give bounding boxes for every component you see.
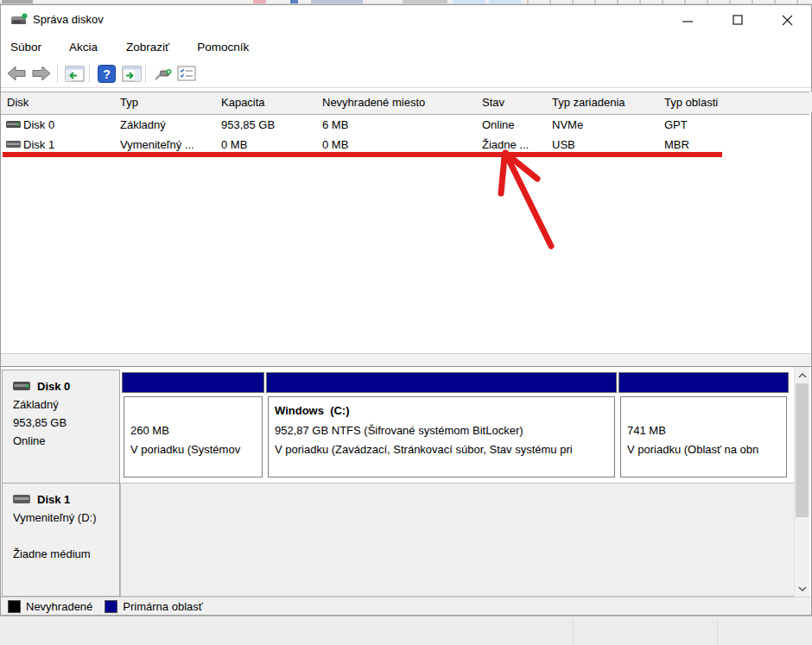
pane-splitter[interactable] [1,354,811,367]
disk1-empty-area[interactable] [120,483,796,597]
column-header-stav[interactable]: Stav [476,92,547,112]
close-button[interactable] [772,7,802,33]
toolbar-separator [57,64,58,83]
window-title: Správa diskov [33,13,104,26]
legend-label-primary: Primárna oblasť [123,600,202,613]
chevron-down-icon [797,585,808,592]
toolbar-separator [145,64,146,83]
cell-zariadenie: NVMe [546,115,664,135]
back-button[interactable] [4,62,29,85]
action-pane-icon [122,66,142,82]
list-header-row: Disk Typ Kapacita Nevyhradené miesto Sta… [1,92,809,115]
title-bar: Správa diskov [1,5,811,35]
svg-text:?: ? [103,66,111,80]
minimize-button[interactable] [673,7,702,33]
legend-label-unallocated: Nevyhradené [26,600,92,613]
scroll-down-button[interactable] [795,581,809,596]
help-button[interactable]: ? [94,62,118,85]
background-fragment [253,0,266,3]
column-header-disk[interactable]: Disk [1,92,115,112]
partition-color-bar [122,372,264,393]
show-console-tree-button[interactable] [62,62,86,85]
partition-color-bar [619,372,789,393]
disk-list-view: Disk Typ Kapacita Nevyhradené miesto Sta… [1,88,811,354]
partition-box: 260 MB V poriadku (Systémov [124,396,263,477]
scroll-up-button[interactable] [795,368,809,383]
back-icon [6,66,27,81]
help-icon: ? [98,65,116,83]
column-header-typ-oblasti[interactable]: Typ oblasti [658,92,771,112]
column-header-filler [771,92,812,112]
rescan-button[interactable] [150,62,174,85]
graphical-view-pane: Disk 0 Základný 953,85 GB Online 260 MB … [1,367,811,597]
cell-oblast: MBR [658,135,777,155]
disk0-info-panel[interactable]: Disk 0 Základný 953,85 GB Online [2,370,120,484]
partition-box: 741 MB V poriadku (Oblasť na obn [620,396,787,477]
partition-status: V poriadku (Oblasť na obn [627,443,784,456]
background-fragment [290,0,298,3]
app-icon [10,12,29,28]
disk0-size: 953,85 GB [13,416,117,429]
partition-status: V poriadku (Systémov [130,443,260,456]
column-header-kapacita[interactable]: Kapacita [215,92,317,112]
toolbar-separator [89,64,90,83]
rescan-icon [152,65,173,82]
partition-color-bar [266,372,617,393]
cell-nevyhradene: 0 MB [316,135,482,155]
background-window-bottom [0,616,812,645]
disk1-info-panel[interactable]: Disk 1 Vymeniteľný (D:) Žiadne médium [2,483,120,597]
partition-recovery[interactable]: 741 MB V poriadku (Oblasť na obn [619,371,789,480]
cell-stav: Žiadne ... [476,135,552,155]
legend-swatch-primary [105,600,117,613]
partition-size: 741 MB [627,424,784,437]
partition-system[interactable]: 260 MB V poriadku (Systémov [122,371,264,480]
disk-management-window: Správa diskov Súbor Akcia [0,4,812,616]
cell-zariadenie: USB [546,135,664,155]
table-row-disk0[interactable]: Disk 0 Základný 953,85 GB 6 MB Online NV… [1,115,809,135]
scrollbar-thumb[interactable] [796,383,809,517]
background-divider [573,620,574,645]
partition-windows-c[interactable]: Windows (C:) 952,87 GB NTFS (Šifrované s… [266,371,617,480]
chevron-up-icon [797,372,808,379]
background-divider [717,620,718,645]
disk1-type: Vymeniteľný (D:) [13,511,117,524]
disk-icon [13,381,30,391]
properties-list-button[interactable] [174,62,199,85]
menu-pomocnik[interactable]: Pomocník [187,37,258,57]
maximize-button[interactable] [723,7,752,33]
cell-stav: Online [476,115,552,135]
console-tree-icon [65,66,85,82]
partition-size: 260 MB [130,424,260,437]
cell-oblast: GPT [658,115,777,135]
background-fragment [489,0,522,3]
forward-button[interactable] [29,62,54,85]
menu-bar: Súbor Akcia Zobraziť Pomocník [1,35,811,59]
partition-status: V poriadku (Zavádzací, Stránkovací súbor… [275,443,612,456]
cell-kapacita: 0 MB [215,135,322,155]
cell-kapacita: 953,85 GB [215,115,322,135]
show-action-pane-button[interactable] [119,62,143,85]
partition-title: Windows (C:) [275,404,612,417]
column-header-typ[interactable]: Typ [114,92,216,112]
disk-icon [13,494,30,504]
minimize-icon [682,15,693,25]
column-header-typ-zariadenia[interactable]: Typ zariadenia [546,92,659,112]
background-fragment [311,0,363,3]
disk0-type: Základný [13,398,117,411]
background-fragment [403,0,447,3]
forward-icon [31,66,52,81]
toolbar: ? [1,59,811,88]
background-fragment [2,0,33,3]
menu-zobrazit[interactable]: Zobraziť [117,37,179,57]
partition-size: 952,87 GB NTFS (Šifrované systémom BitLo… [275,424,612,437]
legend-bar: Nevyhradené Primárna oblasť [1,597,811,615]
maximize-icon [733,15,743,25]
partition-box: Windows (C:) 952,87 GB NTFS (Šifrované s… [268,396,615,477]
disk1-status: Žiadne médium [13,547,117,560]
column-header-nevyhradene[interactable]: Nevyhradené miesto [316,92,477,112]
table-row-disk1[interactable]: Disk 1 Vymeniteľný ... 0 MB 0 MB Žiadne … [1,135,809,155]
menu-subor[interactable]: Súbor [1,37,51,57]
menu-akcia[interactable]: Akcia [60,37,107,57]
legend-swatch-unallocated [8,600,21,613]
vertical-scrollbar[interactable] [794,367,809,597]
